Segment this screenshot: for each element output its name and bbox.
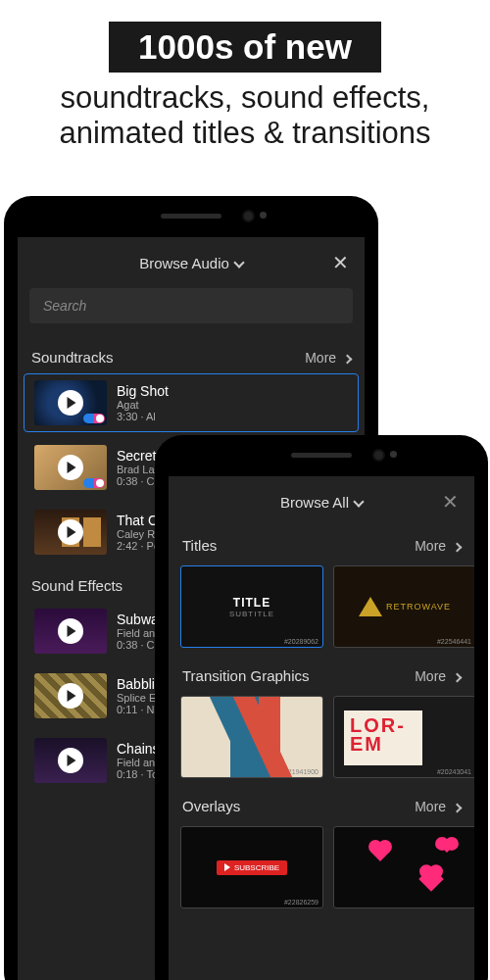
more-overlays[interactable]: More [415,799,461,814]
phone-speaker [291,453,352,458]
play-icon[interactable] [58,455,83,480]
more-titles[interactable]: More [415,538,461,554]
chevron-right-icon [453,672,463,682]
subscribe-pill: SUBSCRIBE [217,860,287,875]
toggle-icon [83,414,105,423]
transition-card[interactable]: LOR-EM #20243041 [333,696,474,778]
section-soundeffects-label: Sound Effects [31,577,122,594]
phone-mock-all: Browse All ✕ Titles More TITLE SUBTITLE … [155,435,488,980]
chevron-down-icon [353,496,364,507]
chevron-right-icon [453,542,463,552]
title-card[interactable]: RETROWAVE #22546441 [333,565,474,648]
search-input[interactable]: Search [29,288,353,323]
heart-icon [418,866,443,891]
chevron-down-icon [233,257,244,268]
play-icon[interactable] [58,390,83,416]
phone-speaker [161,214,221,219]
play-icon[interactable] [58,519,83,545]
phone-camera [374,451,383,460]
section-soundtracks-label: Soundtracks [31,349,113,366]
overlay-card[interactable]: SUBSCRIBE #22826259 [180,826,323,908]
title-card[interactable]: TITLE SUBTITLE #20289062 [180,565,323,648]
more-transitions[interactable]: More [415,668,461,684]
section-titles-label: Titles [182,537,217,554]
track-item[interactable]: Big ShotAgat3:30 · Al [24,373,359,432]
toggle-icon [83,478,105,488]
play-icon[interactable] [58,748,83,773]
more-soundtracks[interactable]: More [305,350,351,366]
phone-sensor [260,212,267,219]
heart-icon [370,842,390,861]
play-icon[interactable] [58,683,83,709]
overlay-card[interactable] [333,826,474,908]
chevron-right-icon [343,354,353,364]
dropdown-browse-audio[interactable]: Browse Audio [139,255,243,271]
headline-sub: soundtracks, sound effects, animated tit… [0,80,490,150]
chevron-right-icon [453,803,463,812]
transition-card[interactable]: #21941900 [180,696,323,778]
heart-icon [440,839,454,853]
dropdown-browse-all[interactable]: Browse All [280,494,363,511]
headline-highlight: 1000s of new [109,22,381,73]
phone-sensor [390,451,397,458]
close-icon[interactable]: ✕ [442,490,459,514]
section-overlays-label: Overlays [182,798,240,814]
section-transitions-label: Transition Graphics [182,667,310,684]
phone-camera [244,212,253,220]
play-icon[interactable] [58,618,83,644]
triangle-icon [359,597,382,616]
close-icon[interactable]: ✕ [332,251,349,274]
